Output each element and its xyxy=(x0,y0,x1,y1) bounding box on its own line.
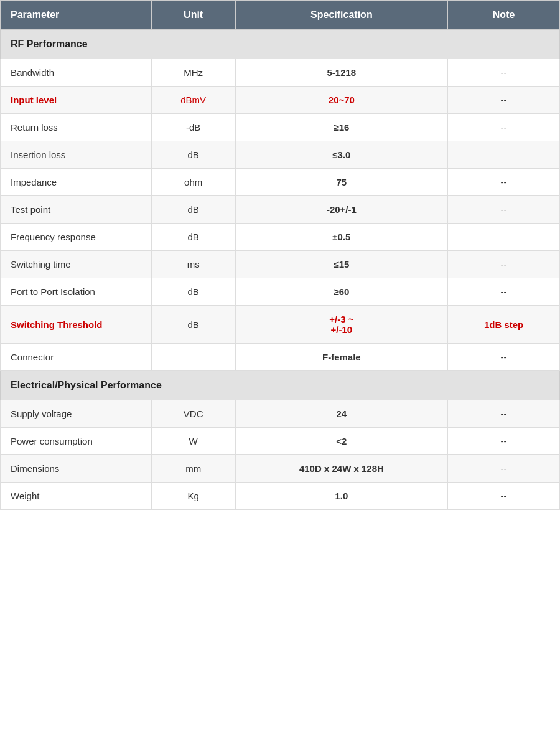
param-cell: Dimensions xyxy=(1,455,152,483)
table-row: WeightKg1.0-- xyxy=(1,483,560,510)
spec-cell: ≥60 xyxy=(235,278,448,306)
note-cell: -- xyxy=(448,87,560,114)
table-row: Power consumptionW<2-- xyxy=(1,428,560,455)
unit-cell: W xyxy=(151,428,235,455)
spec-header: Specification xyxy=(235,1,448,30)
section-title-electrical-physical: Electrical/Physical Performance xyxy=(1,371,560,400)
spec-cell: ±0.5 xyxy=(235,224,448,251)
note-cell: -- xyxy=(448,169,560,196)
table-row: ConnectorF-female-- xyxy=(1,344,560,371)
param-cell: Port to Port Isolation xyxy=(1,278,152,306)
note-cell: -- xyxy=(448,114,560,141)
spec-cell: 20~70 xyxy=(235,87,448,114)
param-cell: Switching Threshold xyxy=(1,306,152,344)
unit-cell: -dB xyxy=(151,114,235,141)
unit-cell: VDC xyxy=(151,400,235,428)
table-row: Input leveldBmV20~70-- xyxy=(1,87,560,114)
table-row: Dimensionsmm410D x 24W x 128H-- xyxy=(1,455,560,483)
note-cell xyxy=(448,141,560,169)
note-cell: -- xyxy=(448,278,560,306)
note-cell: -- xyxy=(448,59,560,87)
note-cell xyxy=(448,224,560,251)
param-cell: Impedance xyxy=(1,169,152,196)
unit-cell: dB xyxy=(151,196,235,224)
spec-cell: 75 xyxy=(235,169,448,196)
table-row: Frequency responsedB±0.5 xyxy=(1,224,560,251)
spec-table: Parameter Unit Specification Note RF Per… xyxy=(0,0,560,510)
section-header-electrical-physical: Electrical/Physical Performance xyxy=(1,371,560,400)
unit-header: Unit xyxy=(151,1,235,30)
param-cell: Test point xyxy=(1,196,152,224)
spec-cell: 410D x 24W x 128H xyxy=(235,455,448,483)
note-cell: -- xyxy=(448,344,560,371)
spec-cell: ≤3.0 xyxy=(235,141,448,169)
spec-cell: <2 xyxy=(235,428,448,455)
unit-cell: dB xyxy=(151,278,235,306)
spec-cell: 24 xyxy=(235,400,448,428)
table-header-row: Parameter Unit Specification Note xyxy=(1,1,560,30)
unit-cell xyxy=(151,344,235,371)
note-cell: -- xyxy=(448,483,560,510)
table-row: Test pointdB-20+/-1-- xyxy=(1,196,560,224)
table-row: BandwidthMHz5-1218-- xyxy=(1,59,560,87)
unit-cell: mm xyxy=(151,455,235,483)
spec-cell: -20+/-1 xyxy=(235,196,448,224)
param-cell: Power consumption xyxy=(1,428,152,455)
param-cell: Connector xyxy=(1,344,152,371)
spec-cell: 5-1218 xyxy=(235,59,448,87)
unit-cell: dB xyxy=(151,141,235,169)
note-cell: -- xyxy=(448,400,560,428)
note-cell: -- xyxy=(448,428,560,455)
param-cell: Bandwidth xyxy=(1,59,152,87)
table-row: Insertion lossdB≤3.0 xyxy=(1,141,560,169)
table-row: Switching ThresholddB+/-3 ~+/-101dB step xyxy=(1,306,560,344)
table-row: Impedanceohm75-- xyxy=(1,169,560,196)
param-cell: Weight xyxy=(1,483,152,510)
unit-cell: ms xyxy=(151,251,235,278)
unit-cell: Kg xyxy=(151,483,235,510)
note-cell: 1dB step xyxy=(448,306,560,344)
table-row: Port to Port IsolationdB≥60-- xyxy=(1,278,560,306)
spec-cell: ≤15 xyxy=(235,251,448,278)
unit-cell: dBmV xyxy=(151,87,235,114)
unit-cell: MHz xyxy=(151,59,235,87)
spec-cell: ≥16 xyxy=(235,114,448,141)
param-cell: Supply voltage xyxy=(1,400,152,428)
param-cell: Switching time xyxy=(1,251,152,278)
param-cell: Input level xyxy=(1,87,152,114)
table-row: Return loss-dB≥16-- xyxy=(1,114,560,141)
spec-cell: 1.0 xyxy=(235,483,448,510)
note-cell: -- xyxy=(448,196,560,224)
note-cell: -- xyxy=(448,455,560,483)
param-cell: Frequency response xyxy=(1,224,152,251)
table-row: Supply voltageVDC24-- xyxy=(1,400,560,428)
note-header: Note xyxy=(448,1,560,30)
param-cell: Insertion loss xyxy=(1,141,152,169)
section-header-rf-performance: RF Performance xyxy=(1,30,560,59)
spec-cell: F-female xyxy=(235,344,448,371)
unit-cell: ohm xyxy=(151,169,235,196)
unit-cell: dB xyxy=(151,306,235,344)
table-row: Switching timems≤15-- xyxy=(1,251,560,278)
note-cell: -- xyxy=(448,251,560,278)
unit-cell: dB xyxy=(151,224,235,251)
param-cell: Return loss xyxy=(1,114,152,141)
param-header: Parameter xyxy=(1,1,152,30)
spec-cell: +/-3 ~+/-10 xyxy=(235,306,448,344)
section-title-rf-performance: RF Performance xyxy=(1,30,560,59)
